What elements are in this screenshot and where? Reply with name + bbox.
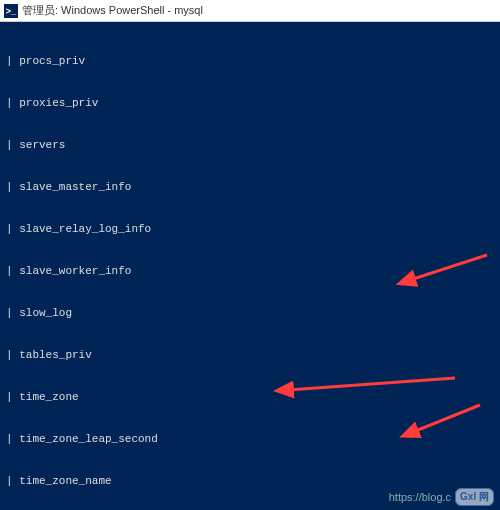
watermark-url: https://blog.c: [389, 491, 451, 503]
table-list-item: | time_zone_name: [6, 474, 494, 488]
watermark-badge: Gxl 网: [455, 488, 494, 506]
window-title: 管理员: Windows PowerShell - mysql: [22, 3, 203, 18]
terminal-output[interactable]: | procs_priv | proxies_priv | servers | …: [0, 22, 500, 510]
table-list-item: | procs_priv: [6, 54, 494, 68]
table-list-item: | slave_relay_log_info: [6, 222, 494, 236]
table-list-item: | slave_worker_info: [6, 264, 494, 278]
table-list-item: | servers: [6, 138, 494, 152]
table-list-item: | slave_master_info: [6, 180, 494, 194]
watermark: https://blog.c Gxl 网: [389, 488, 494, 506]
table-list-item: | time_zone_leap_second: [6, 432, 494, 446]
powershell-icon: >_: [4, 4, 18, 18]
table-list-item: | proxies_priv: [6, 96, 494, 110]
table-list-item: | time_zone: [6, 390, 494, 404]
window-titlebar: >_ 管理员: Windows PowerShell - mysql: [0, 0, 500, 22]
table-list-item: | slow_log: [6, 306, 494, 320]
table-list-item: | tables_priv: [6, 348, 494, 362]
